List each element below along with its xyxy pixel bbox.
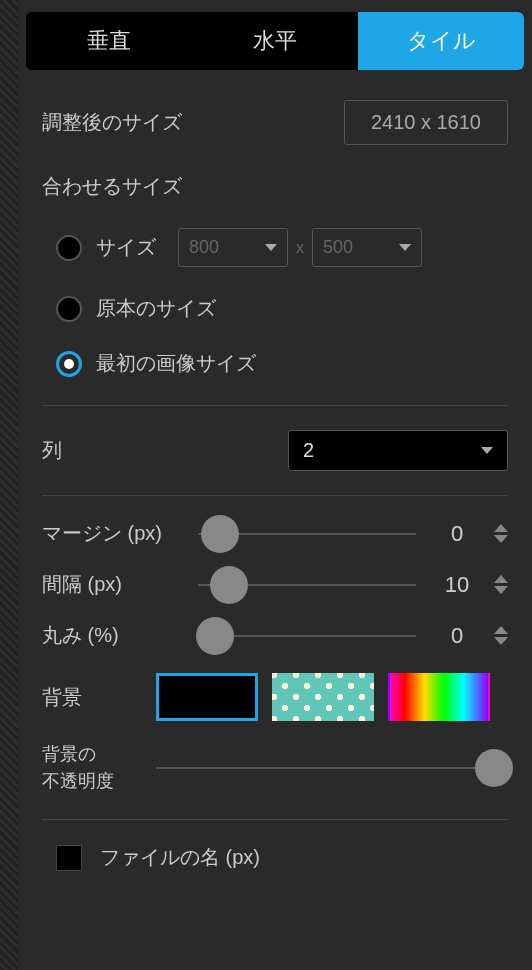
custom-width-select[interactable]: 800 — [178, 228, 288, 267]
bg-opacity-slider[interactable] — [156, 767, 508, 769]
spacing-label: 間隔 (px) — [42, 571, 182, 598]
margin-slider[interactable] — [198, 533, 416, 535]
stepper-up-icon — [494, 524, 508, 532]
adjusted-size-value: 2410 x 1610 — [344, 100, 508, 145]
spacing-slider[interactable] — [198, 584, 416, 586]
columns-select[interactable]: 2 — [288, 430, 508, 471]
radio-custom-size[interactable] — [56, 235, 82, 261]
caret-down-icon — [399, 244, 411, 251]
rounding-slider[interactable] — [198, 635, 416, 637]
radio-first-image-size[interactable] — [56, 351, 82, 377]
stepper-up-icon — [494, 575, 508, 583]
stepper-down-icon — [494, 535, 508, 543]
radio-original-size[interactable] — [56, 296, 82, 322]
tab-tile[interactable]: タイル — [358, 12, 524, 70]
spacing-stepper[interactable] — [494, 575, 508, 594]
dimension-separator: x — [296, 239, 304, 257]
layout-tabs: 垂直 水平 タイル — [26, 12, 524, 70]
stepper-down-icon — [494, 586, 508, 594]
fit-size-label: 合わせるサイズ — [42, 173, 508, 200]
radio-original-size-label: 原本のサイズ — [96, 295, 216, 322]
margin-slider-thumb[interactable] — [201, 515, 239, 553]
spacing-slider-thumb[interactable] — [210, 566, 248, 604]
divider — [42, 819, 508, 820]
bg-opacity-slider-thumb[interactable] — [475, 749, 513, 787]
divider — [42, 405, 508, 406]
filename-checkbox[interactable] — [56, 845, 82, 871]
tab-vertical[interactable]: 垂直 — [26, 12, 192, 70]
caret-down-icon — [265, 244, 277, 251]
margin-stepper[interactable] — [494, 524, 508, 543]
tab-horizontal[interactable]: 水平 — [192, 12, 358, 70]
radio-custom-size-label: サイズ — [96, 234, 156, 261]
margin-label: マージン (px) — [42, 520, 182, 547]
bg-opacity-label: 背景の 不透明度 — [42, 741, 142, 795]
spacing-value: 10 — [432, 572, 482, 598]
custom-height-select[interactable]: 500 — [312, 228, 422, 267]
filename-label: ファイルの名 (px) — [100, 844, 260, 871]
divider — [42, 495, 508, 496]
rounding-value: 0 — [432, 623, 482, 649]
stepper-down-icon — [494, 637, 508, 645]
margin-value: 0 — [432, 521, 482, 547]
stepper-up-icon — [494, 626, 508, 634]
columns-value: 2 — [303, 439, 314, 462]
bg-swatch-pattern[interactable] — [272, 673, 374, 721]
custom-width-value: 800 — [189, 237, 219, 258]
rounding-slider-thumb[interactable] — [196, 617, 234, 655]
rounding-label: 丸み (%) — [42, 622, 182, 649]
caret-down-icon — [481, 447, 493, 454]
bg-swatch-solid[interactable] — [156, 673, 258, 721]
rounding-stepper[interactable] — [494, 626, 508, 645]
radio-first-image-size-label: 最初の画像サイズ — [96, 350, 256, 377]
bg-swatch-gradient[interactable] — [388, 673, 490, 721]
custom-height-value: 500 — [323, 237, 353, 258]
columns-label: 列 — [42, 437, 62, 464]
adjusted-size-label: 調整後のサイズ — [42, 109, 182, 136]
background-label: 背景 — [42, 684, 142, 711]
